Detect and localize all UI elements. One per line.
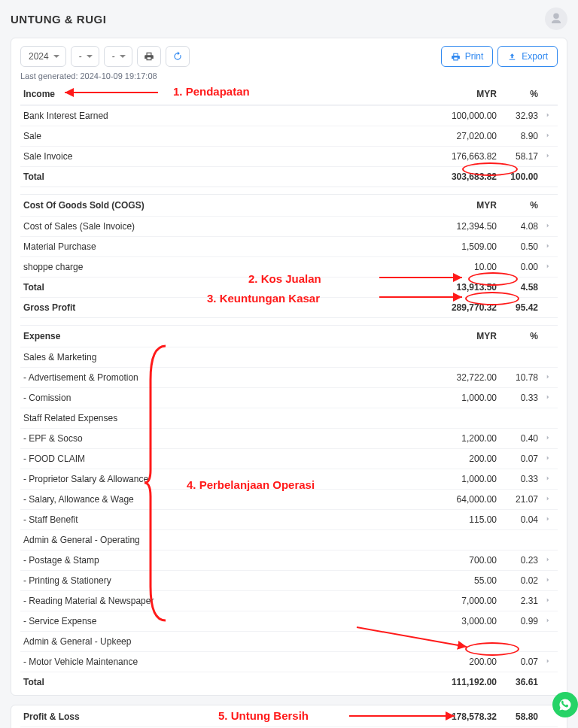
summary-card: Profit & Loss 178,578.32 58.80 Taxation … xyxy=(11,705,567,728)
chevron-right-icon[interactable] xyxy=(541,555,555,566)
expense-row: - Reading Material & Newspaper7,000.002.… xyxy=(20,590,558,611)
last-generated: Last generated: 2024-10-09 19:17:08 xyxy=(20,71,558,80)
chevron-right-icon[interactable] xyxy=(541,616,555,626)
expense-row: - Printing & Stationery55.000.02 xyxy=(20,570,558,590)
year-select[interactable]: 2024 xyxy=(20,46,66,67)
expense-row: - Advertisement & Promotion32,722.0010.7… xyxy=(20,367,558,387)
expense-group: Admin & General - Upkeep xyxy=(20,631,558,651)
income-row: Bank Interest Earned 100,000.00 32.93 xyxy=(20,105,558,126)
month-value: - xyxy=(79,51,82,62)
chevron-right-icon[interactable] xyxy=(541,514,555,525)
export-button[interactable]: Export xyxy=(497,46,558,67)
cogs-total: Total 13,913.50 4.58 xyxy=(20,277,558,297)
expense-row: - Motor Vehicle Maintenance200.000.07 xyxy=(20,651,558,672)
expense-group: Sales & Marketing xyxy=(20,347,558,367)
summary-row: Profit & Loss 178,578.32 58.80 xyxy=(20,707,558,726)
chevron-right-icon[interactable] xyxy=(541,372,555,383)
chevron-down-icon xyxy=(53,55,59,58)
print-icon-button[interactable] xyxy=(137,46,161,67)
compare-select[interactable]: - xyxy=(104,46,132,67)
expense-group: Admin & General - Operating xyxy=(20,529,558,550)
chevron-down-icon xyxy=(87,55,93,58)
chevron-right-icon[interactable] xyxy=(541,111,555,121)
chevron-right-icon[interactable] xyxy=(541,393,555,403)
chevron-right-icon[interactable] xyxy=(541,453,555,464)
page-title: UNTUNG & RUGI xyxy=(11,13,106,26)
avatar[interactable] xyxy=(545,8,567,30)
cogs-row: Cost of Sales (Sale Invoice) 12,394.50 4… xyxy=(20,216,558,236)
topbar: UNTUNG & RUGI xyxy=(11,8,567,30)
gross-profit: Gross Profit 289,770.32 95.42 xyxy=(20,297,558,317)
chevron-right-icon[interactable] xyxy=(541,241,555,252)
expense-row: - Comission1,000.000.33 xyxy=(20,387,558,408)
chevron-right-icon[interactable] xyxy=(541,262,555,272)
toolbar: 2024 - - Print Export xyxy=(20,46,558,67)
expense-row: - Staff Benefit115.000.04 xyxy=(20,509,558,529)
printer-icon xyxy=(144,51,154,62)
compare-value: - xyxy=(112,51,115,62)
export-label: Export xyxy=(522,51,548,62)
cogs-row: shoppe charge 10.00 0.00 xyxy=(20,256,558,277)
section-income-title: Income xyxy=(23,89,424,99)
section-income-header: Income MYR % xyxy=(20,83,558,105)
income-row: Sale Invoice 176,663.82 58.17 xyxy=(20,146,558,166)
export-icon xyxy=(507,52,517,62)
user-icon xyxy=(549,12,563,26)
report-card: 2024 - - Print Export La xyxy=(11,38,567,696)
whatsapp-icon xyxy=(558,698,572,711)
chevron-right-icon[interactable] xyxy=(541,151,555,162)
chevron-right-icon[interactable] xyxy=(541,596,555,606)
printer-icon xyxy=(451,52,461,62)
section-expense-header: Expense MYR % xyxy=(20,325,558,347)
month-select[interactable]: - xyxy=(71,46,99,67)
expense-total: Total 111,192.00 36.61 xyxy=(20,672,558,692)
chevron-down-icon xyxy=(120,55,126,58)
print-button[interactable]: Print xyxy=(441,46,494,67)
whatsapp-button[interactable] xyxy=(552,692,578,717)
expense-row: - FOOD CLAIM200.000.07 xyxy=(20,448,558,469)
expense-row: - Salary, Allowance & Wage64,000.0021.07 xyxy=(20,489,558,509)
chevron-right-icon[interactable] xyxy=(541,657,555,667)
chevron-right-icon[interactable] xyxy=(541,433,555,444)
expense-group: Staff Related Expenses xyxy=(20,408,558,428)
income-total: Total 303,683.82 100.00 xyxy=(20,166,558,187)
section-cogs-header: Cost Of Goods Sold (COGS) MYR % xyxy=(20,194,558,216)
income-row: Sale 27,020.00 8.90 xyxy=(20,126,558,146)
chevron-right-icon[interactable] xyxy=(541,131,555,141)
expense-row: - Postage & Stamp700.000.23 xyxy=(20,550,558,570)
chevron-right-icon[interactable] xyxy=(541,575,555,586)
chevron-right-icon[interactable] xyxy=(541,474,555,484)
expense-row: - Proprietor Salary & Allowance1,000.000… xyxy=(20,469,558,489)
year-value: 2024 xyxy=(29,51,49,62)
page: UNTUNG & RUGI 2024 - - Prin xyxy=(0,0,578,728)
cogs-row: Material Purchase 1,509.00 0.50 xyxy=(20,236,558,256)
chevron-right-icon[interactable] xyxy=(541,221,555,232)
refresh-button[interactable] xyxy=(166,46,190,67)
chevron-right-icon[interactable] xyxy=(541,494,555,505)
refresh-icon xyxy=(172,51,183,62)
col-amount: MYR xyxy=(424,89,500,99)
col-percent: % xyxy=(500,89,541,99)
print-label: Print xyxy=(465,51,484,62)
expense-row: - Service Expense3,000.000.99 xyxy=(20,611,558,631)
expense-row: - EPF & Socso1,200.000.40 xyxy=(20,428,558,448)
